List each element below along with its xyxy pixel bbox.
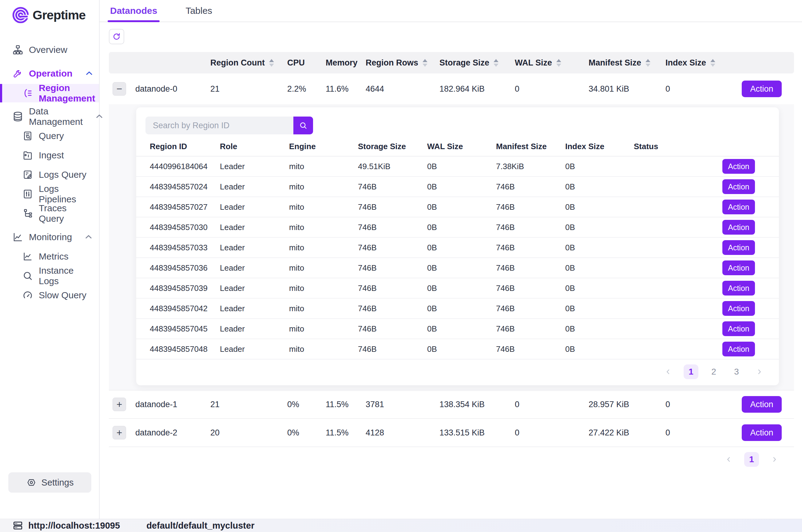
tab-tables[interactable]: Tables (184, 5, 213, 21)
sidebar-item-logs-query[interactable]: Logs Query (0, 165, 99, 184)
sidebar-item-metrics[interactable]: Metrics (0, 247, 99, 266)
region-action-button[interactable]: Action (722, 321, 755, 336)
col-status: Status (634, 142, 703, 151)
sidebar-group-monitoring[interactable]: Monitoring (0, 227, 99, 247)
chevron-up-icon[interactable] (83, 231, 94, 243)
cell-storage-size: 746B (358, 243, 427, 252)
sidebar-item-label: Metrics (39, 251, 69, 262)
next-page-button[interactable] (767, 452, 782, 467)
sidebar-item-label: Slow Query (39, 290, 87, 301)
app-window: Greptime Overview Operation (0, 0, 802, 532)
table-row-datanode-2: + datanode-2 20 0% 11.5% 4128 133.515 Ki… (109, 419, 794, 447)
magnifier-icon (22, 270, 33, 281)
region-action-button[interactable]: Action (722, 281, 755, 296)
sidebar-item-query[interactable]: Query (0, 126, 99, 146)
plus-icon: + (117, 399, 122, 409)
region-action-button[interactable]: Action (722, 342, 755, 356)
status-bar: http://localhost:19095 default/default_m… (0, 519, 802, 532)
cell-engine: mito (289, 243, 358, 252)
ingest-icon (22, 150, 33, 161)
cell-manifest-size: 746B (496, 263, 565, 273)
cell-storage-size: 746B (358, 263, 427, 273)
sort-wal-size[interactable] (556, 59, 561, 67)
expand-button[interactable]: + (113, 426, 126, 439)
datanode-action-button[interactable]: Action (742, 424, 782, 441)
next-page-button[interactable] (752, 364, 767, 379)
region-action-button[interactable]: Action (722, 261, 755, 275)
sort-manifest-size[interactable] (646, 59, 650, 67)
traces-query-icon (22, 208, 33, 219)
sidebar-item-slow-query[interactable]: Slow Query (0, 285, 99, 305)
region-action-button[interactable]: Action (722, 301, 755, 316)
region-action-button[interactable]: Action (722, 179, 755, 194)
region-action-button[interactable]: Action (722, 159, 755, 174)
sitemap-icon (12, 44, 23, 55)
search-input[interactable] (146, 117, 293, 134)
refresh-button[interactable] (109, 29, 124, 44)
datanode-action-button[interactable]: Action (742, 396, 782, 413)
cell-region-id: 4483945857045 (150, 324, 220, 334)
sidebar-item-overview[interactable]: Overview (0, 40, 99, 59)
page-button-1[interactable]: 1 (684, 364, 699, 379)
col-storage-size: Storage Size (439, 58, 489, 68)
datanodes-table: Region Count CPU Memory Region Rows Stor… (109, 52, 794, 467)
sort-storage-size[interactable] (494, 59, 498, 67)
cell-storage-size: 182.964 KiB (439, 84, 515, 94)
prev-page-button[interactable] (722, 452, 736, 467)
tab-datanodes[interactable]: Datanodes (109, 5, 158, 21)
page-button-3[interactable]: 3 (729, 364, 744, 379)
search-button[interactable] (293, 117, 313, 134)
cell-wal-size: 0B (427, 344, 496, 354)
region-action-button[interactable]: Action (722, 200, 755, 214)
cell-cpu: 2.2% (287, 84, 326, 94)
cell-manifest-size: 746B (496, 223, 565, 232)
region-table-row: 4483945857024 Leader mito 746B 0B 746B 0… (136, 177, 779, 197)
cell-index-size: 0B (565, 162, 634, 171)
sidebar-item-logs-pipelines[interactable]: Logs Pipelines (0, 184, 99, 204)
sidebar-group-operation[interactable]: Operation (0, 64, 99, 83)
chevron-right-icon (755, 368, 763, 376)
cell-engine: mito (289, 182, 358, 192)
page-button-2[interactable]: 2 (706, 364, 721, 379)
sidebar-item-label: Traces Query (39, 203, 91, 224)
chevron-left-icon (664, 368, 672, 376)
cell-region-rows: 3781 (366, 400, 439, 409)
greptime-logo-icon (12, 6, 30, 24)
server-url[interactable]: http://localhost:19095 (28, 520, 120, 531)
datanode-action-button[interactable]: Action (742, 80, 782, 97)
cell-storage-size: 133.515 KiB (439, 428, 515, 438)
chevron-up-icon[interactable] (84, 68, 95, 79)
cell-role: Leader (220, 243, 289, 252)
sidebar-item-label: Query (39, 131, 64, 141)
cell-index-size: 0B (565, 182, 634, 192)
sort-region-count[interactable] (269, 59, 274, 67)
settings-button[interactable]: Settings (8, 472, 91, 493)
cell-manifest-size: 27.422 KiB (589, 428, 666, 438)
cell-region-count: 21 (210, 84, 287, 94)
cell-manifest-size: 746B (496, 324, 565, 334)
cell-manifest-size: 746B (496, 304, 565, 314)
region-action-button[interactable]: Action (722, 220, 755, 235)
chevron-up-icon[interactable] (94, 111, 105, 122)
main-content: Datanodes Tables Region Count CPU Memory… (100, 0, 802, 532)
sidebar-item-traces-query[interactable]: Traces Query (0, 204, 99, 223)
col-wal-size: WAL Size (427, 142, 496, 151)
sort-index-size[interactable] (710, 59, 715, 67)
sidebar-group-label: Operation (29, 68, 73, 79)
settings-label: Settings (41, 478, 74, 488)
collapse-button[interactable]: − (113, 82, 126, 96)
cell-region-id: 4440996184064 (150, 162, 220, 171)
sidebar-group-data-management[interactable]: Data Management (0, 107, 99, 126)
toolbar (109, 29, 802, 44)
expand-button[interactable]: + (113, 398, 126, 411)
sidebar-item-region-management[interactable]: Region Management (0, 84, 99, 102)
prev-page-button[interactable] (661, 364, 675, 379)
page-button-1[interactable]: 1 (744, 452, 759, 467)
cell-engine: mito (289, 202, 358, 212)
sidebar-item-ingest[interactable]: Ingest (0, 146, 99, 165)
region-action-button[interactable]: Action (722, 240, 755, 255)
sidebar-item-instance-logs[interactable]: Instance Logs (0, 266, 99, 285)
cluster-name[interactable]: default/default_mycluster (146, 520, 254, 531)
cell-region-count: 21 (210, 400, 287, 409)
sort-region-rows[interactable] (422, 59, 427, 67)
